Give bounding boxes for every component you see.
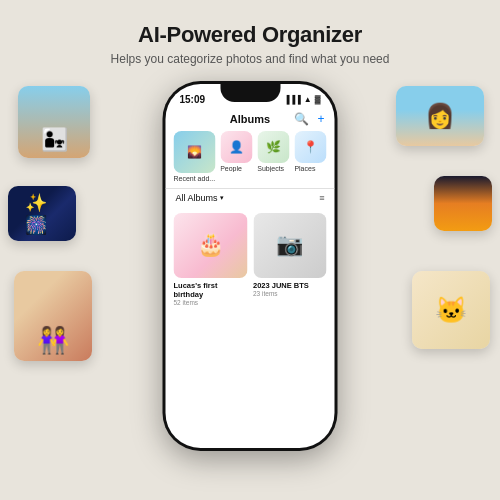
page-title: AI-Powered Organizer (20, 22, 480, 48)
chevron-down-icon: ▾ (220, 194, 224, 202)
battery-icon: ▓ (315, 95, 321, 104)
phone: 15:09 ▐▐▐ ▲ ▓ Albums 🔍 + 🌄 Rece (163, 81, 338, 451)
search-icon[interactable]: 🔍 (294, 112, 309, 126)
scene: 15:09 ▐▐▐ ▲ ▓ Albums 🔍 + 🌄 Rece (0, 76, 500, 476)
phone-screen: 15:09 ▐▐▐ ▲ ▓ Albums 🔍 + 🌄 Rece (166, 84, 335, 448)
status-icons: ▐▐▐ ▲ ▓ (284, 95, 321, 104)
float-photo-bottom-left (14, 271, 92, 361)
album-thumbs-row: 🌄 Recent add... 👤 People 🌿 Subjects 📍 Pl… (166, 131, 335, 188)
album-bts-count: 23 items (253, 290, 327, 297)
album-places-label: Places (294, 165, 326, 172)
albums-grid: 🎂 Lucas's first birthday 52 items 📷 2023… (166, 209, 335, 310)
album-birthday-title: Lucas's first birthday (174, 281, 248, 299)
filter-icon[interactable]: ≡ (319, 193, 324, 203)
float-photo-mid-left (8, 186, 76, 241)
album-bts-title: 2023 JUNE BTS (253, 281, 327, 290)
albums-title: Albums (230, 113, 270, 125)
add-icon[interactable]: + (317, 112, 324, 126)
album-recent-label: Recent add... (174, 175, 216, 182)
float-photo-bottom-right (412, 271, 490, 349)
album-places[interactable]: 📍 Places (294, 131, 326, 182)
float-photo-top-left (18, 86, 90, 158)
album-people[interactable]: 👤 People (220, 131, 252, 182)
album-recent[interactable]: 🌄 Recent add... (174, 131, 216, 182)
phone-notch (220, 84, 280, 102)
all-albums-bar: All Albums ▾ ≡ (166, 188, 335, 209)
album-birthday-count: 52 items (174, 299, 248, 306)
header: AI-Powered Organizer Helps you categoriz… (0, 0, 500, 76)
album-card-bts[interactable]: 📷 2023 JUNE BTS 23 items (253, 213, 327, 306)
albums-header: Albums 🔍 + (166, 109, 335, 131)
album-subjects-label: Subjects (257, 165, 289, 172)
album-subjects[interactable]: 🌿 Subjects (257, 131, 289, 182)
float-photo-top-right (396, 86, 484, 146)
signal-icon: ▐▐▐ (284, 95, 301, 104)
album-card-birthday[interactable]: 🎂 Lucas's first birthday 52 items (174, 213, 248, 306)
status-time: 15:09 (180, 94, 206, 105)
all-albums-label[interactable]: All Albums ▾ (176, 193, 224, 203)
float-photo-mid-right (434, 176, 492, 231)
wifi-icon: ▲ (304, 95, 312, 104)
page-subtitle: Helps you categorize photos and find wha… (20, 52, 480, 66)
album-people-label: People (220, 165, 252, 172)
albums-action-icons: 🔍 + (294, 112, 324, 126)
